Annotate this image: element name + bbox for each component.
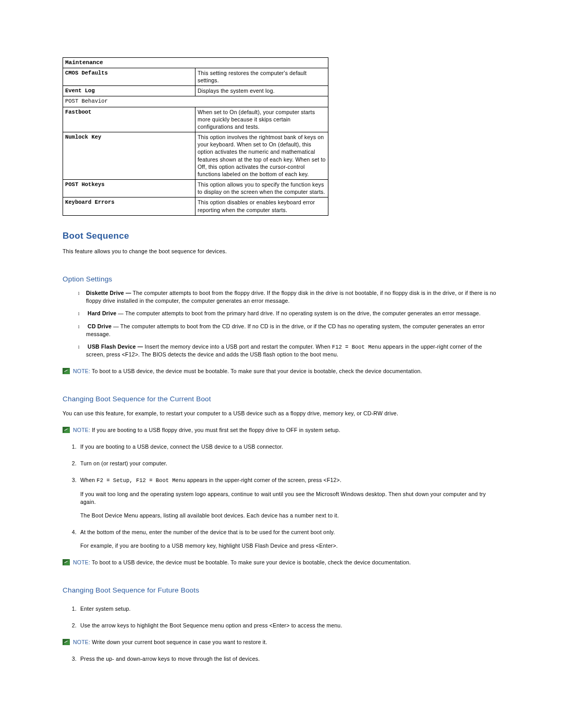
- step-text: At the bottom of the menu, enter the num…: [80, 529, 335, 535]
- step-text: Press the up- and down-arrow keys to mov…: [80, 656, 260, 662]
- row-head: Fastboot: [63, 107, 195, 132]
- option-desc-a: Insert the memory device into a USB port…: [143, 343, 332, 350]
- option-desc: — The computer attempts to boot from the…: [116, 310, 481, 316]
- note-block: NOTE: To boot to a USB device, the devic…: [63, 367, 500, 375]
- table-section-post-behavior: POST Behavior: [63, 96, 328, 107]
- option-desc: — The computer attempts to boot from the…: [86, 323, 485, 337]
- row-head: Keyboard Errors: [63, 198, 195, 215]
- row-head: Numlock Key: [63, 132, 195, 180]
- row-head: POST Hotkeys: [63, 180, 195, 198]
- heading-option-settings: Option Settings: [63, 275, 500, 284]
- settings-table: Maintenance CMOS Defaults This setting r…: [63, 57, 328, 216]
- row-head: Event Log: [63, 86, 195, 96]
- row-desc: This option allows you to specify the fu…: [195, 180, 328, 198]
- row-head: CMOS Defaults: [63, 68, 195, 85]
- step-text: Turn on (or restart) your computer.: [80, 460, 167, 466]
- note-text: If you are booting to a USB floppy drive…: [90, 427, 340, 433]
- table-row: Numlock Key This option involves the rig…: [63, 132, 328, 180]
- changing-current-intro: You can use this feature, for example, t…: [63, 410, 500, 417]
- heading-changing-current: Changing Boot Sequence for the Current B…: [63, 394, 500, 404]
- row-desc: When set to On (default), your computer …: [195, 107, 328, 132]
- note-label: NOTE:: [73, 559, 90, 565]
- list-item: Diskette Drive — The computer attempts t…: [78, 289, 500, 304]
- list-item: USB Flash Device — Insert the memory dev…: [78, 343, 500, 358]
- steps-current-boot: If you are booting to a USB device, conn…: [63, 443, 500, 549]
- row-desc: This setting restores the computer's def…: [195, 68, 328, 85]
- row-desc: Displays the system event log.: [195, 86, 328, 96]
- row-desc: This option involves the rightmost bank …: [195, 132, 328, 180]
- note-icon: [63, 559, 70, 565]
- step-text-a: When: [80, 477, 96, 483]
- note-icon: [63, 639, 70, 645]
- note-icon: [63, 368, 70, 374]
- heading-changing-future: Changing Boot Sequence for Future Boots: [63, 586, 500, 595]
- option-name: Hard Drive: [86, 310, 116, 316]
- step-item: Turn on (or restart) your computer.: [78, 460, 500, 467]
- step-item: Use the arrow keys to highlight the Boot…: [78, 622, 500, 629]
- list-item: Hard Drive — The computer attempts to bo…: [78, 310, 500, 317]
- note-text: Write down your current boot sequence in…: [90, 639, 267, 645]
- table-row: POST Hotkeys This option allows you to s…: [63, 180, 328, 198]
- table-section-maintenance: Maintenance: [63, 58, 328, 68]
- step-text: If you are booting to a USB device, conn…: [80, 443, 283, 450]
- note-text: To boot to a USB device, the device must…: [90, 559, 411, 565]
- note-icon: [63, 427, 70, 433]
- note-text: To boot to a USB device, the device must…: [90, 368, 422, 374]
- option-desc-mono: F12 = Boot Menu: [332, 344, 382, 350]
- option-list: Diskette Drive — The computer attempts t…: [63, 289, 500, 358]
- table-row: Fastboot When set to On (default), your …: [63, 107, 328, 132]
- option-name: USB Flash Device —: [86, 343, 143, 350]
- step-para: The Boot Device Menu appears, listing al…: [80, 512, 500, 519]
- note-block: NOTE: To boot to a USB device, the devic…: [63, 559, 500, 566]
- table-row: Event Log Displays the system event log.: [63, 86, 328, 96]
- heading-boot-sequence: Boot Sequence: [63, 230, 500, 242]
- note-label: NOTE:: [73, 368, 90, 374]
- step-para: For example, if you are booting to a USB…: [80, 542, 500, 549]
- boot-sequence-intro: This feature allows you to change the bo…: [63, 248, 500, 255]
- step-text: Use the arrow keys to highlight the Boot…: [80, 622, 342, 628]
- step-item: When F2 = Setup, F12 = Boot Menu appears…: [78, 476, 500, 519]
- step-item: Press the up- and down-arrow keys to mov…: [78, 655, 500, 662]
- steps-future-boots: Enter system setup. Use the arrow keys t…: [63, 605, 500, 629]
- list-item: CD Drive — The computer attempts to boot…: [78, 323, 500, 338]
- option-name: Diskette Drive —: [86, 290, 131, 296]
- step-text-b: appears in the upper-right corner of the…: [186, 477, 342, 483]
- step-item: If you are booting to a USB device, conn…: [78, 443, 500, 450]
- step-para: If you wait too long and the operating s…: [80, 490, 500, 505]
- step-text-mono: F2 = Setup, F12 = Boot Menu: [96, 477, 185, 484]
- step-text: Enter system setup.: [80, 606, 131, 612]
- note-block: NOTE: Write down your current boot seque…: [63, 638, 500, 646]
- table-row: Keyboard Errors This option disables or …: [63, 198, 328, 215]
- steps-future-boots-continued: Press the up- and down-arrow keys to mov…: [63, 655, 500, 662]
- note-label: NOTE:: [73, 639, 90, 645]
- option-desc: The computer attempts to boot from the f…: [86, 290, 496, 304]
- note-block: NOTE: If you are booting to a USB floppy…: [63, 426, 500, 434]
- note-label: NOTE:: [73, 427, 90, 433]
- row-desc: This option disables or enables keyboard…: [195, 198, 328, 215]
- step-item: At the bottom of the menu, enter the num…: [78, 528, 500, 549]
- option-name: CD Drive: [86, 323, 112, 329]
- table-row: CMOS Defaults This setting restores the …: [63, 68, 328, 85]
- step-item: Enter system setup.: [78, 605, 500, 612]
